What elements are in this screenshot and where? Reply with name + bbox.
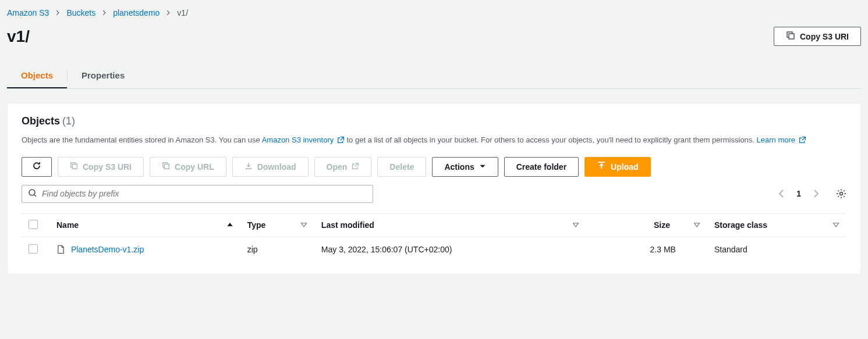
select-all-checkbox[interactable] xyxy=(29,220,38,229)
create-folder-label: Create folder xyxy=(516,162,566,172)
copy-url-label: Copy URL xyxy=(175,162,214,172)
breadcrumb-link-buckets[interactable]: Buckets xyxy=(66,8,95,17)
objects-count: (1) xyxy=(62,115,75,127)
pagination: 1 xyxy=(777,188,846,199)
search-box[interactable] xyxy=(22,185,373,203)
open-label: Open xyxy=(327,162,348,172)
objects-table: Name Type Last modified Size xyxy=(22,213,846,262)
download-label: Download xyxy=(257,162,296,172)
copy-s3-uri-label: Copy S3 URI xyxy=(800,32,849,41)
download-button[interactable]: Download xyxy=(232,157,309,177)
search-icon xyxy=(28,188,37,199)
upload-button[interactable]: Upload xyxy=(584,157,650,177)
delete-button[interactable]: Delete xyxy=(377,157,426,177)
object-storage-class: Standard xyxy=(707,237,846,262)
objects-panel: Objects (1) Objects are the fundamental … xyxy=(7,103,861,274)
column-storage-class[interactable]: Storage class xyxy=(707,213,846,237)
column-size[interactable]: Size xyxy=(586,213,707,237)
breadcrumb-current: v1/ xyxy=(177,8,188,17)
external-link-icon xyxy=(352,162,359,172)
tab-properties[interactable]: Properties xyxy=(68,63,139,88)
external-link-icon xyxy=(337,136,345,144)
svg-rect-1 xyxy=(789,34,794,39)
table-header-row: Name Type Last modified Size xyxy=(22,213,846,237)
svg-point-6 xyxy=(29,190,35,195)
tab-objects[interactable]: Objects xyxy=(7,63,67,88)
table-row[interactable]: PlanetsDemo-v1.zip zip May 3, 2022, 15:0… xyxy=(22,237,846,262)
upload-label: Upload xyxy=(611,162,638,172)
copy-s3-uri-button[interactable]: Copy S3 URI xyxy=(58,157,144,177)
external-link-icon xyxy=(799,136,806,144)
upload-icon xyxy=(597,161,606,172)
copy-url-button[interactable]: Copy URL xyxy=(150,157,226,177)
page-title: v1/ xyxy=(7,27,30,46)
search-input[interactable] xyxy=(42,189,367,198)
chevron-right-icon xyxy=(55,8,61,17)
tabs: Objects Properties xyxy=(7,63,861,89)
column-name[interactable]: Name xyxy=(49,213,240,237)
object-last-modified: May 3, 2022, 15:06:07 (UTC+02:00) xyxy=(314,237,587,262)
refresh-button[interactable] xyxy=(22,157,52,177)
copy-s3-uri-label: Copy S3 URI xyxy=(83,162,132,172)
toolbar: Copy S3 URI Copy URL Download Open Delet… xyxy=(22,157,846,177)
actions-button[interactable]: Actions xyxy=(432,157,498,177)
open-button[interactable]: Open xyxy=(314,157,372,177)
column-type[interactable]: Type xyxy=(240,213,314,237)
row-checkbox[interactable] xyxy=(29,244,38,254)
object-type: zip xyxy=(240,237,314,262)
copy-s3-uri-button[interactable]: Copy S3 URI xyxy=(774,27,861,46)
sort-icon xyxy=(300,220,307,230)
delete-label: Delete xyxy=(389,162,414,172)
breadcrumb-link-bucket[interactable]: planetsdemo xyxy=(113,8,160,17)
refresh-icon xyxy=(32,161,41,172)
download-icon xyxy=(245,162,253,172)
sort-icon xyxy=(693,220,700,230)
next-page-button[interactable] xyxy=(812,189,821,198)
svg-rect-5 xyxy=(164,165,169,169)
sort-asc-icon xyxy=(226,220,233,230)
caret-down-icon xyxy=(479,162,486,172)
inventory-link[interactable]: Amazon S3 inventory xyxy=(262,135,345,144)
copy-icon xyxy=(70,162,78,172)
actions-label: Actions xyxy=(444,162,474,172)
breadcrumb: Amazon S3 Buckets planetsdemo v1/ xyxy=(0,0,868,21)
panel-heading: Objects xyxy=(22,115,60,127)
sort-icon xyxy=(832,220,839,230)
object-name-link[interactable]: PlanetsDemo-v1.zip xyxy=(71,245,144,254)
copy-icon xyxy=(162,162,170,172)
svg-rect-3 xyxy=(72,165,77,169)
column-last-modified[interactable]: Last modified xyxy=(314,213,587,237)
learn-more-link[interactable]: Learn more xyxy=(757,135,806,144)
create-folder-button[interactable]: Create folder xyxy=(504,157,579,177)
settings-button[interactable] xyxy=(836,188,846,199)
copy-icon xyxy=(786,31,795,42)
panel-description: Objects are the fundamental entities sto… xyxy=(22,134,846,147)
svg-point-7 xyxy=(840,192,843,195)
page-number: 1 xyxy=(796,189,801,198)
sort-icon xyxy=(572,220,579,230)
file-icon xyxy=(56,245,65,254)
prev-page-button[interactable] xyxy=(777,189,786,198)
chevron-right-icon xyxy=(165,8,171,17)
breadcrumb-link-s3[interactable]: Amazon S3 xyxy=(7,8,49,17)
object-size: 2.3 MB xyxy=(586,237,707,262)
chevron-right-icon xyxy=(101,8,107,17)
